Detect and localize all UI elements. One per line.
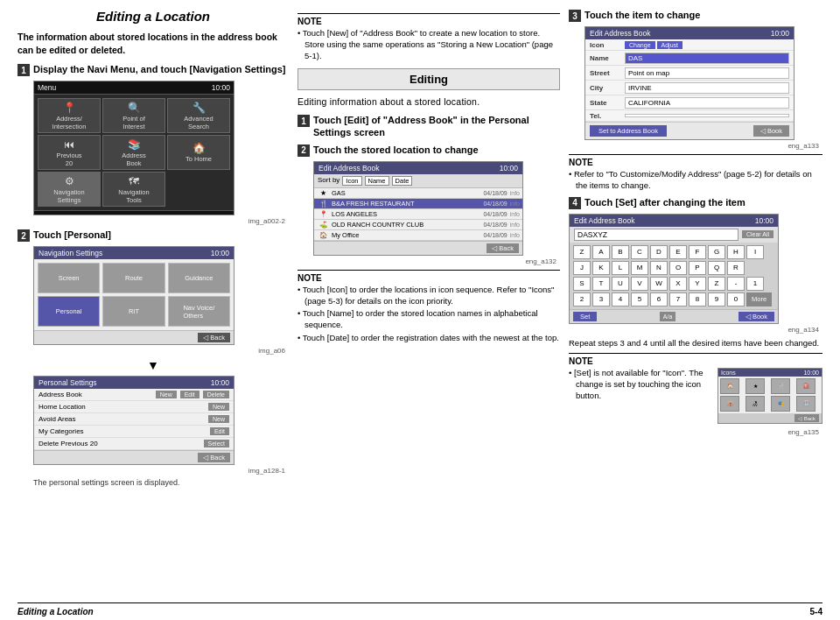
ns-cell-guidance[interactable]: Guidance [168, 263, 230, 293]
kb-key-w[interactable]: W [650, 277, 668, 291]
kb-key-v[interactable]: V [631, 277, 648, 291]
kb-footer: Set A/a ◁ Book [570, 309, 778, 323]
icon-cell-3[interactable]: 🍴 [771, 378, 790, 394]
kb-more-btn[interactable]: More [746, 292, 772, 306]
ps-new-btn[interactable]: New [156, 391, 177, 398]
kb-key-c[interactable]: C [631, 245, 648, 259]
kb-key-g[interactable]: G [708, 245, 725, 259]
kb-key-9[interactable]: 9 [708, 292, 725, 306]
note-right-bottom-content: [Set] is not available for "Icon". The c… [569, 368, 822, 424]
navi-cell-prev[interactable]: ⏮ Previous20 [38, 135, 101, 170]
kb-key-d[interactable]: D [650, 245, 668, 259]
kb-clear-btn[interactable]: Clear All [742, 230, 774, 238]
note-bottom-mid-title: NOTE [298, 273, 560, 283]
icon-cell-2[interactable]: ★ [746, 378, 765, 394]
kb-key-8[interactable]: 8 [689, 292, 706, 306]
kb-key-dash[interactable]: - [727, 277, 745, 291]
kb-set-btn[interactable]: Set [573, 312, 597, 321]
icon-cell-4[interactable]: ⛽ [796, 378, 816, 394]
ns-cell-screen[interactable]: Screen [38, 263, 100, 293]
kb-key-u[interactable]: U [612, 277, 629, 291]
ns-cell-personal[interactable]: Personal [38, 296, 100, 327]
kb-key-a[interactable]: A [592, 245, 610, 259]
navi-cell-navtools[interactable]: 🗺 NavigationTools [102, 172, 165, 207]
kb-key-p[interactable]: P [689, 261, 706, 275]
kb-key-t[interactable]: T [592, 277, 610, 291]
kb-key-n[interactable]: N [650, 261, 668, 275]
ns-back-btn[interactable]: ◁ Back [198, 333, 230, 342]
ab-sort-name-btn[interactable]: Name [365, 176, 389, 186]
kb-key-0[interactable]: 0 [727, 292, 745, 306]
kb-key-j[interactable]: J [573, 261, 591, 275]
kb-key-h[interactable]: H [727, 245, 745, 259]
ps-footer: ◁ Back [34, 450, 234, 464]
ea-row-city: City IRVINE [585, 81, 794, 95]
icon-cell-6[interactable]: 🏖 [746, 396, 765, 412]
ps-cat-edit-btn[interactable]: Edit [210, 427, 229, 435]
ab-row-office[interactable]: 🏠 My Office 04/18/09 info [314, 230, 522, 241]
icon-cell-7[interactable]: 🎭 [771, 396, 790, 412]
ea-back-btn[interactable]: ◁ Book [753, 125, 789, 137]
step1-mid-header: 1 Touch [Edit] of "Address Book" in the … [298, 114, 560, 139]
ab-sort-icon-btn[interactable]: Icon [342, 176, 361, 186]
ab-row-gas[interactable]: ★ GAS 04/18/09 info [314, 188, 522, 199]
ps-del20-select-btn[interactable]: Select [204, 440, 229, 447]
kb-key-4[interactable]: 4 [612, 292, 629, 306]
navi-cell-addr2[interactable]: 📚 AddressBook [102, 135, 165, 170]
navi-cell-navsettings[interactable]: ⚙ NavigationSettings [38, 172, 101, 207]
kb-key-o[interactable]: O [669, 261, 687, 275]
ps-delete-btn[interactable]: Delete [203, 391, 229, 398]
kb-key-q[interactable]: Q [708, 261, 725, 275]
set-to-address-book-btn[interactable]: Set to Address Book [590, 125, 667, 137]
kb-key-s[interactable]: S [573, 277, 591, 291]
note-right-top-item1: Refer to "To Customize/Modify Address" (… [569, 169, 822, 192]
kb-key-y[interactable]: Y [689, 277, 706, 291]
ps-avoid-new-btn[interactable]: New [208, 415, 229, 423]
kb-key-5[interactable]: 5 [631, 292, 648, 306]
ps-row-avoid: Avoid Areas New [34, 413, 234, 426]
kb-key-3[interactable]: 3 [592, 292, 610, 306]
ns-cell-rit[interactable]: RIT [102, 296, 164, 327]
kb-key-7[interactable]: 7 [669, 292, 687, 306]
kb-key-i[interactable]: I [746, 245, 764, 259]
footer-left-text: Editing a Location [18, 607, 94, 616]
kb-key-1[interactable]: 1 [746, 277, 764, 291]
navi-cell-address[interactable]: 📍 Address/Intersection [38, 98, 101, 133]
kb-key-z[interactable]: Z [573, 245, 591, 259]
ps-edit-btn[interactable]: Edit [180, 391, 200, 398]
kb-key-k[interactable]: K [592, 261, 610, 275]
kb-key-6[interactable]: 6 [650, 292, 668, 306]
kb-row-4: 2 3 4 5 6 7 8 9 0 More [573, 292, 774, 306]
ps-home-new-btn[interactable]: New [208, 403, 229, 411]
kb-alp-btn[interactable]: A/a [660, 312, 676, 321]
kb-key-b[interactable]: B [612, 245, 629, 259]
icon-back-btn[interactable]: ◁ Back [794, 414, 819, 422]
ab-row-la[interactable]: 📍 LOS ANGELES 04/18/09 info [314, 209, 522, 220]
kb-key-2[interactable]: 2 [573, 292, 591, 306]
ab-back-btn[interactable]: ◁ Back [486, 243, 519, 253]
icon-cell-5[interactable]: 🏨 [720, 396, 739, 412]
kb-back-btn2[interactable]: ◁ Book [738, 312, 774, 321]
home-icon: 🏠 [192, 142, 206, 154]
icon-cell-8[interactable]: 🏥 [796, 396, 816, 412]
kb-key-r[interactable]: R [727, 261, 745, 275]
kb-key-x[interactable]: X [669, 277, 687, 291]
kb-key-z2[interactable]: Z [708, 277, 725, 291]
ns-cell-navvoice[interactable]: Nav Voice/Others [168, 296, 230, 327]
kb-key-e[interactable]: E [669, 245, 687, 259]
icon-cell-1[interactable]: 🏠 [720, 378, 739, 394]
kb-input-field[interactable]: DASXYZ [574, 229, 738, 241]
ab-row-orc[interactable]: ⛳ OLD RANCH COUNTRY CLUB 04/18/09 info [314, 220, 522, 230]
ns-cell-route[interactable]: Route [102, 263, 164, 293]
ea-change-btn[interactable]: Change [625, 41, 655, 49]
navi-cell-poi[interactable]: 🔍 Point ofInterest [102, 98, 165, 133]
ab-sort-date-btn[interactable]: Date [392, 176, 413, 186]
kb-key-l[interactable]: L [612, 261, 629, 275]
ea-adjust-btn[interactable]: Adjust [657, 41, 682, 49]
kb-key-m[interactable]: M [631, 261, 648, 275]
ab-row-bar[interactable]: 🍴 B&A FRESH RESTAURANT 04/18/09 info [314, 199, 522, 209]
kb-key-f[interactable]: F [689, 245, 706, 259]
navi-cell-adv[interactable]: 🔧 AdvancedSearch [167, 98, 230, 133]
ps-back-btn[interactable]: ◁ Back [198, 453, 230, 462]
navi-cell-home[interactable]: 🏠 To Home [167, 135, 230, 170]
